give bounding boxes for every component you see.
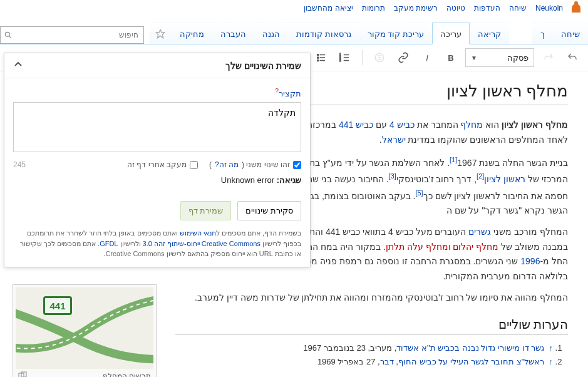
tab-watch-star[interactable]	[149, 23, 172, 44]
format-dropdown[interactable]: פסקה ▼	[465, 48, 534, 67]
search-input[interactable]	[16, 28, 143, 42]
undo-button[interactable]	[563, 48, 582, 67]
footnote-item: ↑ גשר דו מישורי גדול נבנה בכביש ת"א אשדו…	[175, 341, 553, 355]
tab-delete[interactable]: מחיקה	[172, 23, 212, 44]
user-logout-link[interactable]: יציאה מהחשבון	[304, 4, 353, 13]
tab-edit[interactable]: עריכה	[432, 23, 470, 44]
redo-button[interactable]	[539, 48, 558, 67]
gfdl-link[interactable]: GFDL	[100, 240, 118, 247]
summary-textarea[interactable]	[13, 102, 301, 152]
search-icon[interactable]	[1, 31, 16, 39]
thumbnail-image[interactable]: 441	[16, 287, 153, 369]
summary-label: תקציר?	[13, 87, 301, 98]
link[interactable]: ראשון לציון	[484, 174, 525, 184]
tab-history[interactable]: גרסאות קודמות	[288, 23, 359, 44]
dialog-title: שמירת השינויים שלך	[225, 61, 301, 71]
user-watchlist-link[interactable]: רשימת מעקב	[394, 4, 438, 13]
review-changes-button[interactable]: סקירת שינויים	[237, 201, 301, 220]
bold-button[interactable]: B	[441, 48, 460, 67]
tab-article[interactable]: ך	[532, 23, 553, 44]
thumbnail-box: 441 תרשים המחלף	[13, 284, 157, 377]
footnote-link[interactable]: ראשל"צ תחובר לגשר העילי על כביש החוף	[398, 357, 544, 366]
avatar-icon	[572, 4, 580, 13]
road-sign-badge: 441	[43, 296, 72, 315]
footnote-backlink[interactable]: ↑	[549, 343, 554, 353]
save-dialog: שמירת השינויים שלך תקציר? זהו שינוי משני…	[4, 53, 311, 267]
footref[interactable]: [1]	[450, 156, 457, 163]
enlarge-icon[interactable]	[18, 371, 27, 377]
svg-text:3: 3	[339, 59, 341, 62]
cc-link[interactable]: Creative Commons ייחוס-שיתוף זהה 3.0	[143, 240, 260, 247]
link-road441[interactable]: כביש 441	[339, 120, 373, 130]
link-interchange[interactable]: מחלף	[460, 120, 483, 130]
svg-marker-0	[156, 29, 164, 38]
svg-point-18	[317, 59, 319, 61]
svg-point-16	[317, 54, 319, 55]
user-sandbox-link[interactable]: טיוטה	[446, 4, 465, 13]
dialog-collapse-icon[interactable]	[13, 59, 23, 71]
save-page-button[interactable]: שמירת דף	[180, 201, 232, 220]
tab-edit-source[interactable]: עריכת קוד מקור	[359, 23, 432, 44]
footnote-src[interactable]: דבר	[380, 357, 394, 366]
format-label: פסקה	[507, 53, 529, 63]
link[interactable]: גשרים	[468, 227, 491, 237]
char-count: 245	[13, 160, 26, 169]
user-contribs-link[interactable]: תרומות	[362, 4, 385, 13]
tab-read[interactable]: קריאה	[470, 23, 509, 44]
bullet-list-button[interactable]	[312, 48, 331, 67]
numbered-list-button[interactable]: 123	[336, 48, 354, 67]
redlink[interactable]: מחלף יהלום ומחלף עלה תלתן	[386, 242, 499, 252]
minor-edit-checkbox[interactable]: זהו שינוי משני (מה זה?)	[209, 160, 301, 169]
footref[interactable]: [3]	[389, 172, 396, 180]
link-button[interactable]	[394, 48, 413, 67]
footref[interactable]: [5]	[415, 189, 423, 197]
svg-point-17	[317, 57, 319, 58]
svg-point-1	[5, 32, 9, 36]
italic-button[interactable]: I	[418, 48, 436, 67]
footnotes-heading: הערות שוליים	[175, 317, 568, 335]
minor-whatis-link[interactable]: מה זה?	[215, 160, 239, 169]
user-prefs-link[interactable]: העדפות	[474, 4, 500, 13]
minor-edit-input[interactable]	[293, 161, 301, 169]
footnote-item: ↑ ראשל"צ תחובר לגשר העילי על כביש החוף, …	[175, 355, 553, 369]
cite-button[interactable]	[370, 48, 389, 67]
link-israel[interactable]: ישראל	[382, 135, 406, 145]
user-talk-link[interactable]: שיחה	[509, 4, 527, 13]
tab-talk[interactable]: שיחה	[553, 23, 588, 44]
tab-move[interactable]: העברה	[212, 23, 254, 44]
dialog-fineprint: בשמירת הדף, אתם מסכימים לתנאי השימוש ואת…	[4, 228, 310, 267]
link-road4[interactable]: כביש 4	[389, 120, 415, 130]
username-link[interactable]: Neukoln	[535, 4, 563, 13]
paragraph[interactable]: המחלף מהווה את סיומו של רחוב ז'בוטינסקי …	[175, 291, 568, 306]
watch-page-checkbox[interactable]: מעקב אחרי דף זה	[127, 160, 198, 169]
search-box[interactable]	[0, 26, 144, 44]
error-message: שגיאה: Unknown error	[13, 175, 301, 185]
footref[interactable]: [2]	[477, 172, 484, 180]
footnote-link[interactable]: גשר דו מישורי גדול נבנה בכביש ת"א אשדוד	[396, 343, 544, 353]
link-1996[interactable]: 1996	[520, 256, 540, 266]
footnote-backlink[interactable]: ↑	[549, 357, 554, 366]
watch-page-input[interactable]	[190, 161, 198, 169]
thumb-caption-text: תרשים המחלף	[103, 372, 151, 378]
terms-link[interactable]: תנאי השימוש	[180, 229, 216, 237]
chevron-down-icon: ▼	[471, 54, 477, 61]
svg-line-2	[9, 36, 11, 38]
tab-protect[interactable]: הגנה	[254, 23, 288, 44]
